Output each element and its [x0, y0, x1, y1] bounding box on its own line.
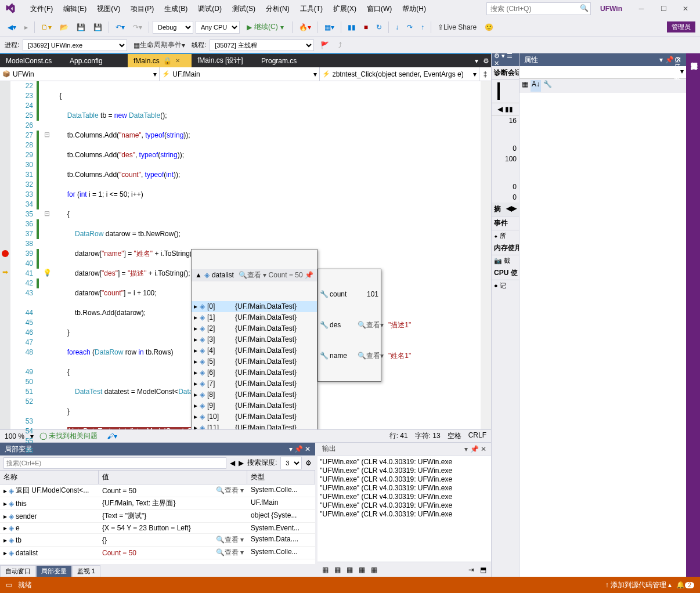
- ts-btn-pin[interactable]: ⇥: [466, 565, 477, 575]
- step-out-button[interactable]: ↑: [418, 20, 427, 34]
- properties-header[interactable]: 属性▾ 📌 ✕: [519, 53, 686, 66]
- crumb-member[interactable]: ⚡ zbtntest_Click(object sender, EventArg…: [320, 67, 479, 81]
- ts-btn-3[interactable]: ▦: [344, 565, 355, 575]
- menu-debug[interactable]: 调试(D): [193, 1, 226, 16]
- brush-button[interactable]: 🖌▾: [107, 432, 117, 440]
- locals-row[interactable]: ▸ ◈ tb{}🔍查看 ▾System.Data....: [0, 534, 315, 547]
- crumb-project[interactable]: 📦 UFWin▾: [0, 67, 160, 81]
- nav-back-button[interactable]: ◀▾: [5, 20, 19, 34]
- output-text[interactable]: "UFWin.exe" (CLR v4.0.30319: UFWin.exe"U…: [317, 455, 491, 562]
- datatip-item[interactable]: ▸◈[6]{UF.fMain.DataTest}: [192, 367, 317, 378]
- ts-btn-4[interactable]: ▦: [356, 565, 367, 575]
- menu-project[interactable]: 项目(P): [126, 1, 158, 16]
- locals-row[interactable]: ▸ ◈ sender{Text = "测试"}object {Syste...: [0, 510, 315, 523]
- menu-window[interactable]: 窗口(W): [362, 1, 396, 16]
- datatip-props[interactable]: 🔧count101 🔧des🔍查看▾"描述1" 🔧name🔍查看▾"姓名1": [317, 269, 381, 382]
- menu-analyze[interactable]: 分析(N): [261, 1, 294, 16]
- tab-program[interactable]: Program.cs: [255, 54, 319, 67]
- git-add-button[interactable]: ↑ 添加到源代码管理 ▴: [605, 580, 672, 590]
- code-editor[interactable]: ➡ 22232425262728293031323334353637383940…: [0, 81, 491, 429]
- pin-icon[interactable]: ▾ 📌 ✕: [289, 445, 311, 453]
- breakpoint-gutter[interactable]: ➡: [0, 81, 10, 429]
- tab-watch[interactable]: 监视 1: [72, 565, 100, 577]
- diag-button[interactable]: ▦▾: [322, 20, 337, 34]
- ts-btn-2[interactable]: ▦: [332, 565, 343, 575]
- step-into-button[interactable]: ↓: [392, 20, 402, 34]
- breakpoint-icon[interactable]: [2, 250, 9, 257]
- scroll-map[interactable]: [481, 81, 491, 429]
- output-header[interactable]: 输出▾ 📌 ✕: [317, 443, 491, 455]
- datatip-item[interactable]: ▸◈[11]{UF.fMain.DataTest}: [192, 422, 317, 429]
- tab-fmain[interactable]: fMain.cs🔒✕: [128, 54, 192, 67]
- datatip-item[interactable]: ▸◈[7]{UF.fMain.DataTest}: [192, 378, 317, 389]
- search-icon[interactable]: 🔍: [580, 4, 589, 12]
- props-wrench-icon[interactable]: 🔧: [543, 80, 552, 92]
- stack-frame-up[interactable]: ⤴: [335, 38, 345, 52]
- sort-az-button[interactable]: A↓: [531, 80, 541, 92]
- maximize-button[interactable]: ☐: [654, 1, 673, 16]
- menu-view[interactable]: 视图(V): [92, 1, 125, 16]
- side-tab-solution[interactable]: 解决方案资源管理器: [689, 57, 699, 573]
- menu-test[interactable]: 测试(S): [228, 1, 260, 16]
- locals-opts-icon[interactable]: ⚙: [305, 459, 312, 467]
- diagnostics-strip[interactable]: ⚙ ▾ ☰ ✕ 诊断会话 ◀▮▮ 16 0 100 0 0 摘◀▶ 事件 ⬥ 所…: [492, 53, 519, 577]
- config-combo[interactable]: Debug: [153, 21, 193, 34]
- open-file-button[interactable]: 📂: [57, 20, 71, 34]
- locals-table[interactable]: 名称 值 类型 ▸ ◈ 返回 UF.ModelConst<...Count = …: [0, 471, 315, 564]
- restart-button[interactable]: ↻: [373, 20, 385, 34]
- tool-options-icon[interactable]: ⚙: [483, 54, 491, 67]
- pin-icon[interactable]: 🔒: [163, 57, 172, 65]
- datatip-prop-count[interactable]: 🔧count101: [318, 289, 381, 300]
- diag-step-back[interactable]: ◀: [497, 105, 503, 113]
- datatip-item[interactable]: ▸◈[10]{UF.fMain.DataTest}: [192, 411, 317, 422]
- indent-indicator[interactable]: 空格: [448, 431, 461, 441]
- stack-frame-button[interactable]: 🚩: [317, 38, 332, 52]
- live-share-button[interactable]: ⇪ Live Share: [435, 20, 479, 34]
- lifecycle-button[interactable]: ▦ 生命周期事件 ▾: [131, 38, 188, 52]
- crumb-class[interactable]: ⚡ UF.fMain▾: [160, 67, 319, 81]
- datatip-item[interactable]: ▸◈[2]{UF.fMain.DataTest}: [192, 323, 317, 334]
- step-over-button[interactable]: ↷: [404, 20, 416, 34]
- ts-btn-5[interactable]: ▦: [369, 565, 380, 575]
- properties-grid[interactable]: [519, 93, 686, 577]
- thread-combo[interactable]: [35072] 主线程: [210, 39, 314, 51]
- locals-row[interactable]: ▸ ◈ e{X = 54 Y = 23 Button = Left}System…: [0, 523, 315, 534]
- menu-edit[interactable]: 编辑(E): [59, 1, 91, 16]
- properties-combo[interactable]: ▾: [519, 66, 686, 79]
- eol-indicator[interactable]: CRLF: [468, 431, 486, 441]
- next-button[interactable]: ▶: [239, 459, 244, 467]
- diag-pause[interactable]: ▮▮: [505, 105, 513, 113]
- platform-combo[interactable]: Any CPU: [196, 21, 240, 34]
- locals-search-input[interactable]: [3, 457, 226, 469]
- datatip-header[interactable]: ▲◈datalist 🔍查看 ▾ Count = 50 📌: [192, 269, 317, 281]
- datatip-item[interactable]: ▸◈[5]{UF.fMain.DataTest}: [192, 356, 317, 367]
- process-combo[interactable]: [33692] UFWin.exe: [23, 39, 127, 51]
- depth-combo[interactable]: 3: [280, 457, 302, 469]
- datatip-item[interactable]: ▸◈[1]{UF.fMain.DataTest}: [192, 312, 317, 323]
- tab-autos[interactable]: 自动窗口: [0, 565, 36, 577]
- ts-btn-1[interactable]: ▦: [320, 565, 331, 575]
- quick-search-input[interactable]: [486, 2, 591, 15]
- menu-file[interactable]: 文件(F): [26, 1, 57, 16]
- issues-indicator[interactable]: ◯ 未找到相关问题: [39, 431, 98, 441]
- break-all-button[interactable]: ▮▮: [345, 20, 359, 34]
- locals-row[interactable]: ▸ ◈ datalistCount = 50🔍查看 ▾System.Colle.…: [0, 547, 315, 559]
- datatip-prop-des[interactable]: 🔧des🔍查看▾"描述1": [318, 320, 381, 331]
- ts-btn-dock[interactable]: ⬒: [478, 565, 489, 575]
- menu-help[interactable]: 帮助(H): [398, 1, 431, 16]
- hot-reload-button[interactable]: 🔥▾: [296, 20, 314, 34]
- datatip-item[interactable]: ▸◈[0]{UF.fMain.DataTest}: [192, 301, 317, 312]
- tab-locals[interactable]: 局部变量: [36, 565, 72, 577]
- split-view-button[interactable]: ‡: [479, 70, 491, 78]
- datatip-item[interactable]: ▸◈[4]{UF.fMain.DataTest}: [192, 345, 317, 356]
- minimize-button[interactable]: ─: [632, 1, 651, 16]
- stop-button[interactable]: ■: [361, 20, 371, 34]
- tab-overflow-button[interactable]: ▾: [475, 54, 483, 67]
- nav-fwd-button[interactable]: ▸: [21, 20, 31, 34]
- save-button[interactable]: 💾: [74, 20, 88, 34]
- fold-gutter[interactable]: ⊟ ⊟ 💡: [42, 81, 52, 429]
- continue-button[interactable]: ▶ 继续(C) ▾: [242, 20, 288, 34]
- datatip-item[interactable]: ▸◈[3]{UF.fMain.DataTest}: [192, 334, 317, 345]
- datatip-prop-name[interactable]: 🔧name🔍查看▾"姓名1": [318, 350, 381, 361]
- undo-button[interactable]: ↶▾: [113, 20, 128, 34]
